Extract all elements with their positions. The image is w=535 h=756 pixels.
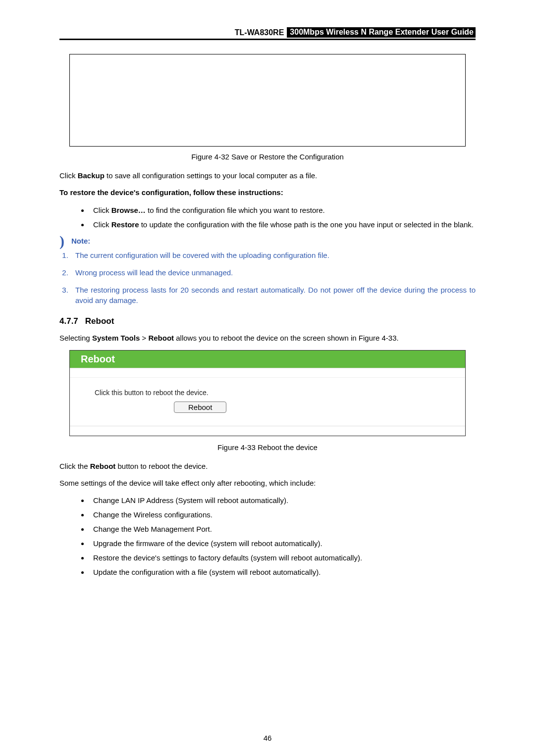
text: allows you to reboot the device on the s…: [174, 334, 399, 342]
list-item: Change the Web Management Port.: [89, 524, 476, 534]
text: to save all configuration settings to yo…: [105, 171, 317, 180]
reboot-keyword: Reboot: [148, 334, 174, 342]
note-icon: ): [59, 237, 64, 245]
figure-caption-top: Figure 4-32 Save or Restore the Configur…: [59, 152, 476, 161]
list-item: Update the configuration with a file (sy…: [89, 567, 476, 577]
reboot-instruction: Click the Reboot button to reboot the de…: [59, 461, 476, 471]
page-header: TL-WA830RE 300Mbps Wireless N Range Exte…: [59, 27, 476, 40]
list-item: The restoring process lasts for 20 secon…: [70, 285, 476, 305]
note-header: ) Note:: [59, 237, 476, 245]
screenshot-strip: [70, 368, 465, 378]
text: Click: [59, 171, 78, 180]
text: Click: [93, 206, 111, 214]
section-title: Reboot: [85, 316, 114, 326]
restore-list: Click Browse… to find the configuration …: [59, 205, 476, 230]
reboot-button[interactable]: Reboot: [174, 402, 226, 413]
screenshot-strip: [70, 426, 465, 436]
backup-keyword: Backup: [78, 171, 105, 180]
figure-placeholder: [69, 54, 466, 147]
browse-keyword: Browse…: [111, 206, 146, 214]
effect-list: Change LAN IP Address (System will reboo…: [59, 495, 476, 577]
note-list: The current configuration will be covere…: [59, 250, 476, 305]
list-item: Wrong process will lead the device unman…: [70, 267, 476, 278]
backup-paragraph: Click Backup to save all configuration s…: [59, 171, 476, 181]
section-heading: 4.7.7Reboot: [59, 316, 476, 326]
restore-heading: To restore the device's configuration, f…: [59, 188, 476, 198]
text: >: [140, 334, 148, 342]
text: Click: [93, 220, 111, 229]
header-title: 300Mbps Wireless N Range Extender User G…: [287, 27, 476, 38]
text: button to reboot the device.: [115, 462, 208, 470]
text: to find the configuration file which you…: [146, 206, 325, 214]
screenshot-body: Click this button to reboot the device. …: [70, 378, 465, 426]
effect-intro: Some settings of the device will take ef…: [59, 478, 476, 488]
list-item: Upgrade the firmware of the device (syst…: [89, 538, 476, 549]
text: Selecting: [59, 334, 92, 342]
section-number: 4.7.7: [59, 316, 78, 326]
page-number: 46: [0, 734, 535, 742]
list-item: Click Browse… to find the configuration …: [89, 205, 476, 215]
list-item: Restore the device's settings to factory…: [89, 553, 476, 563]
figure-caption-bottom: Figure 4-33 Reboot the device: [59, 443, 476, 452]
text: to update the configuration with the fil…: [139, 220, 474, 229]
header-model: TL-WA830RE: [235, 28, 287, 37]
restore-keyword: Restore: [111, 220, 139, 229]
reboot-keyword: Reboot: [90, 462, 116, 470]
list-item: Change LAN IP Address (System will reboo…: [89, 495, 476, 505]
list-item: Click Restore to update the configuratio…: [89, 219, 476, 230]
list-item: Change the Wireless configurations.: [89, 509, 476, 520]
screenshot-text: Click this button to reboot the device.: [95, 389, 440, 397]
note-label: Note:: [71, 237, 90, 245]
reboot-screenshot: Reboot Click this button to reboot the d…: [69, 350, 466, 436]
text: Click the: [59, 462, 90, 470]
system-tools-keyword: System Tools: [92, 334, 140, 342]
list-item: The current configuration will be covere…: [70, 250, 476, 260]
screenshot-title: Reboot: [70, 351, 465, 368]
section-intro: Selecting System Tools > Reboot allows y…: [59, 333, 476, 343]
